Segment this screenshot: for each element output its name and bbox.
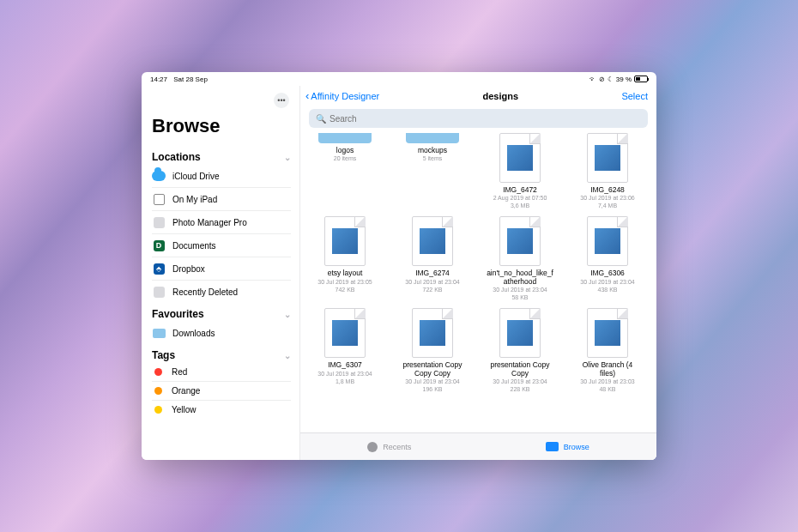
sidebar-item-downloads[interactable]: Downloads [152,322,291,344]
tag-label: Red [172,367,187,377]
item-name: IMG_6248 [590,186,625,194]
file-icon [412,308,453,358]
file-grid: logos 20 items mockups 5 items IMG_6472 … [300,133,656,432]
affinity-thumb-icon [507,228,533,254]
item-name: IMG_6274 [415,269,450,277]
item-meta: 2 Aug 2019 at 07:50 [493,195,547,202]
grid-item[interactable]: IMG_6274 30 Jul 2019 at 23:04 722 KB [400,216,465,293]
tab-browse[interactable]: Browse [479,433,657,460]
file-icon [499,308,541,358]
section-favourites-header[interactable]: Favourites ⌄ [152,308,291,320]
grid-item[interactable]: IMG_6306 30 Jul 2019 at 23:04 438 KB [575,216,640,293]
item-size: 7,4 MB [598,203,617,209]
status-bar: 14:27 Sat 28 Sep ᯤ ⊘ ☾ 39 % [142,72,656,86]
item-size: 196 KB [423,386,443,393]
clock-icon [367,442,378,452]
tab-bar: Recents Browse [300,432,656,460]
item-meta: 20 items [334,155,356,162]
chevron-down-icon: ⌄ [284,153,291,162]
item-meta: 5 items [423,155,443,162]
tag-dot-icon [154,406,162,414]
affinity-thumb-icon [332,320,358,346]
grid-item[interactable]: IMG_6472 2 Aug 2019 at 07:50 3,6 MB [487,133,553,209]
grid-item[interactable]: etsy layout 30 Jul 2019 at 23:05 742 KB [312,216,378,293]
status-date: Sat 28 Sep [173,76,208,83]
search-bar[interactable]: 🔍 [309,109,648,128]
item-meta: 30 Jul 2019 at 23:04 [405,378,459,385]
status-time: 14:27 [150,76,167,83]
file-icon [587,133,628,183]
grid-item[interactable]: mockups 5 items [400,133,465,162]
item-meta: 30 Jul 2019 at 23:04 [580,279,634,286]
dnd-icon: ☾ [608,76,614,83]
sidebar-item-dropbox[interactable]: ⬘ Dropbox [152,257,291,280]
sidebar-item-recently-deleted[interactable]: Recently Deleted [152,280,291,303]
grid-item[interactable]: IMG_6307 30 Jul 2019 at 23:04 1,8 MB [312,308,378,384]
tag-orange[interactable]: Orange [152,381,291,400]
back-label: Affinity Designer [311,91,379,101]
grid-item[interactable]: ain't_no_hood_like_fatherhood 30 Jul 201… [487,216,553,301]
item-size: 3,6 MB [511,203,529,209]
grid-item[interactable]: logos 20 items [312,133,378,162]
item-meta: 30 Jul 2019 at 23:05 [317,279,372,286]
affinity-thumb-icon [595,228,620,254]
back-chevron-icon: ‹ [305,89,309,102]
tab-recents[interactable]: Recents [300,433,479,460]
file-icon [499,216,541,266]
sidebar-more-button[interactable]: ••• [274,93,289,108]
dropbox-icon: ⬘ [152,262,166,275]
ipad-icon [152,192,166,206]
sidebar-item-icloud-drive[interactable]: iCloud Drive [152,165,291,187]
sidebar-item-label: Photo Manager Pro [172,218,247,227]
affinity-thumb-icon [507,320,533,346]
item-size: 1,8 MB [336,378,354,385]
grid-item[interactable]: Olive Branch (4 files) 30 Jul 2019 at 23… [575,308,640,393]
folder-icon [546,442,559,451]
tag-label: Yellow [172,405,196,414]
tag-dot-icon [154,368,162,376]
sidebar-item-label: Downloads [172,329,215,338]
item-name: IMG_6472 [503,186,537,194]
cloud-icon [152,169,166,183]
sidebar-item-photo-manager-pro[interactable]: Photo Manager Pro [152,210,291,233]
section-tags-label: Tags [152,349,175,361]
search-input[interactable] [329,114,641,124]
tag-dot-icon [154,387,162,395]
chevron-down-icon: ⌄ [284,351,291,360]
item-name: ain't_no_hood_like_fatherhood [486,269,554,286]
folder-icon [152,326,166,340]
files-app-window: 14:27 Sat 28 Sep ᯤ ⊘ ☾ 39 % ••• Browse L… [142,72,656,460]
sidebar-item-label: Dropbox [172,264,205,274]
affinity-thumb-icon [595,320,620,346]
tag-yellow[interactable]: Yellow [152,400,291,419]
folder-title: designs [483,91,519,101]
item-name: IMG_6307 [328,361,362,369]
item-meta: 30 Jul 2019 at 23:04 [317,371,372,378]
file-icon [499,133,541,183]
section-tags-header[interactable]: Tags ⌄ [152,349,291,361]
affinity-thumb-icon [332,228,358,254]
section-locations-header[interactable]: Locations ⌄ [152,151,291,163]
file-icon [587,216,628,266]
wifi-icon: ᯤ [589,76,596,83]
item-size: 742 KB [336,287,355,293]
sidebar-item-on-my-ipad[interactable]: On My iPad [152,187,291,210]
sidebar-item-label: Recently Deleted [172,287,238,297]
item-name: mockups [418,147,447,154]
select-button[interactable]: Select [621,91,648,101]
sidebar: ••• Browse Locations ⌄ iCloud Drive On M… [142,86,300,460]
sidebar-item-documents[interactable]: D Documents [152,233,291,257]
grid-item[interactable]: IMG_6248 30 Jul 2019 at 23:06 7,4 MB [575,133,640,209]
item-name: logos [336,147,354,154]
item-meta: 30 Jul 2019 at 23:03 [580,378,634,385]
grid-item[interactable]: presentation Copy Copy Copy 30 Jul 2019 … [400,308,465,393]
file-icon [587,308,628,358]
tag-red[interactable]: Red [152,363,291,381]
item-name: Olive Branch (4 files) [575,361,640,378]
item-meta: 30 Jul 2019 at 23:04 [405,279,459,286]
sidebar-title: Browse [152,115,291,137]
item-size: 48 KB [599,386,615,393]
back-button[interactable]: ‹ Affinity Designer [305,89,379,102]
grid-item[interactable]: presentation Copy Copy 30 Jul 2019 at 23… [487,308,553,393]
tag-label: Orange [172,386,200,396]
